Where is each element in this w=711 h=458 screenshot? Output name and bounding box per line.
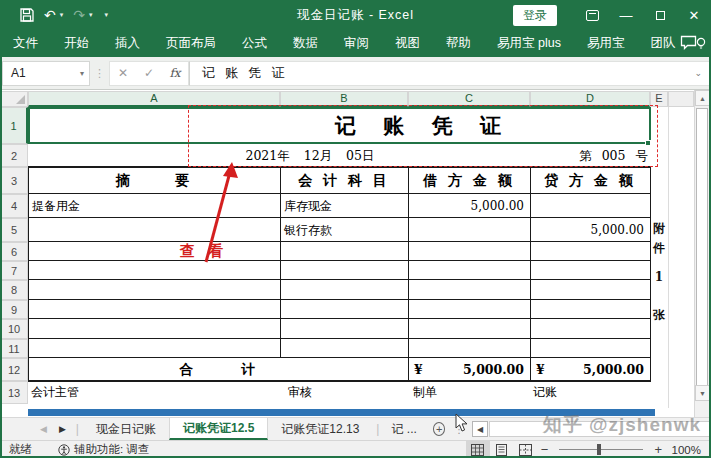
annotation-dashed-box: [188, 105, 658, 167]
zoom-level[interactable]: 100%: [665, 444, 705, 456]
sheet-nav-right-icon[interactable]: ▶: [53, 418, 72, 440]
attachment-unit: 张: [650, 307, 668, 324]
attachment-char: 附: [650, 220, 668, 237]
row-header-8[interactable]: 8: [0, 280, 28, 300]
maximize-icon[interactable]: [643, 0, 677, 30]
name-box[interactable]: A1 ▾: [2, 61, 90, 86]
table-border: [28, 357, 650, 358]
select-all-corner[interactable]: [0, 91, 28, 107]
table-border: [28, 217, 650, 218]
tab-help[interactable]: 帮助: [433, 30, 484, 57]
row-header-13[interactable]: 13: [0, 381, 28, 404]
row-header-10[interactable]: 10: [0, 319, 28, 339]
sheet-tab-cash-journal[interactable]: 现金日记账: [83, 418, 169, 440]
tab-divider: |: [72, 418, 83, 440]
vertical-scrollbar[interactable]: ▲ ▼: [694, 90, 709, 418]
currency-symbol: ¥: [414, 362, 423, 377]
tab-insert[interactable]: 插入: [102, 30, 153, 57]
tab-formulas[interactable]: 公式: [229, 30, 280, 57]
row-header-3[interactable]: 3: [0, 167, 28, 194]
tab-home[interactable]: 开始: [51, 30, 102, 57]
customize-qat-icon[interactable]: ▾: [105, 11, 109, 19]
table-border: [28, 299, 650, 300]
excel-window: ↶▾ ↷▾ ▾ 现金日记账 - Excel 登录 — ✕ 文件 开始 插入 页面…: [0, 0, 711, 458]
hscroll-left-icon[interactable]: ◀: [472, 421, 487, 437]
table-border: [650, 166, 651, 381]
scroll-up-icon[interactable]: ▲: [695, 90, 710, 106]
formula-input[interactable]: 记 账 凭 证 ⌄: [189, 61, 711, 86]
sheet-tab-voucher-12-13[interactable]: 记账凭证12.13: [268, 418, 372, 440]
row-header-1[interactable]: 1: [0, 107, 28, 144]
new-sheet-icon[interactable]: +: [433, 422, 446, 436]
entry-account: 银行存款: [284, 218, 404, 242]
row-header-5[interactable]: 5: [0, 218, 28, 242]
table-border: [530, 166, 531, 381]
table-border: [280, 166, 281, 358]
sheet-tab-voucher-12-5[interactable]: 记账凭证12.5: [169, 418, 268, 440]
signature-chief-accountant: 会计主管: [31, 381, 131, 403]
table-border: [28, 318, 650, 319]
login-button[interactable]: 登录: [513, 5, 557, 26]
table-border: [28, 193, 650, 194]
sheet-nav-left-icon: ◀: [34, 418, 53, 440]
table-border: [28, 166, 29, 381]
ribbon-display-options-icon[interactable]: [575, 0, 609, 30]
name-box-dropdown-icon[interactable]: ▾: [80, 69, 84, 78]
table-border: [28, 260, 650, 261]
zoom-slider[interactable]: [559, 449, 643, 450]
signature-bookkeeper: 记账: [533, 381, 613, 403]
title-bar: ↶▾ ↷▾ ▾ 现金日记账 - Excel 登录 — ✕: [0, 0, 711, 30]
header-debit: 借 方 金 额: [408, 167, 530, 194]
row-header-12[interactable]: 12: [0, 358, 28, 381]
minimize-icon[interactable]: —: [609, 0, 643, 30]
sheet-tab-truncated[interactable]: 记 ...: [383, 418, 424, 440]
table-border: [28, 241, 650, 242]
signature-reviewer: 审核: [288, 381, 368, 403]
row-header-2[interactable]: 2: [0, 144, 28, 167]
vertical-scrollbar-thumb[interactable]: [696, 108, 708, 396]
row-header-11[interactable]: 11: [0, 339, 28, 358]
window-border-left: [0, 0, 2, 458]
row-header-9[interactable]: 9: [0, 300, 28, 319]
accessibility-icon: [58, 444, 70, 456]
watermark: 知乎 @zjshenwk: [543, 412, 701, 438]
comment-icon[interactable]: [680, 35, 697, 50]
insert-function-icon[interactable]: fx: [162, 66, 188, 80]
undo-dropdown-icon[interactable]: ▾: [60, 11, 64, 19]
header-credit: 贷 方 金 额: [530, 167, 650, 194]
zoom-slider-thumb[interactable]: [597, 444, 601, 455]
scroll-down-icon[interactable]: ▼: [695, 385, 710, 401]
tab-view[interactable]: 视图: [382, 30, 433, 57]
row-header-4[interactable]: 4: [0, 194, 28, 218]
row-header-7[interactable]: 7: [0, 261, 28, 280]
save-icon[interactable]: [20, 8, 34, 22]
cancel-icon[interactable]: ✕: [110, 66, 136, 80]
header-summary: 摘 要: [28, 167, 280, 194]
row-header-6[interactable]: 6: [0, 242, 28, 261]
expand-formula-bar-icon[interactable]: ⌄: [694, 68, 702, 78]
total-credit: ¥ 5,000.00: [530, 358, 650, 381]
mouse-cursor: [455, 413, 469, 433]
tab-yiyongbao-plus[interactable]: 易用宝 plus: [484, 30, 574, 57]
enter-icon[interactable]: ✓: [136, 66, 162, 80]
signature-preparer: 制单: [413, 381, 493, 403]
tab-review[interactable]: 审阅: [331, 30, 382, 57]
header-account: 会 计 科 目: [280, 167, 408, 194]
table-border: [408, 166, 409, 381]
tab-page-layout[interactable]: 页面布局: [153, 30, 229, 57]
tab-file[interactable]: 文件: [0, 30, 51, 57]
tab-data[interactable]: 数据: [280, 30, 331, 57]
status-ready: 就绪: [0, 442, 32, 457]
accessibility-status[interactable]: 辅助功能: 调查: [58, 442, 149, 457]
undo-icon[interactable]: ↶: [44, 8, 56, 22]
table-border: [28, 338, 650, 339]
zoom-out-icon[interactable]: −: [538, 442, 552, 457]
total-label: 合 计: [28, 358, 408, 381]
tab-yiyongbao[interactable]: 易用宝: [574, 30, 638, 57]
lightbulb-icon: [696, 37, 706, 51]
annotation-view-label: 查 看: [180, 242, 227, 261]
redo-icon: ↷: [73, 8, 85, 22]
attachment-char: 件: [650, 240, 668, 257]
zoom-in-icon[interactable]: +: [651, 442, 665, 457]
formula-bar: A1 ▾ ⋮ ✕ ✓ fx 记 账 凭 证 ⌄: [0, 57, 711, 90]
